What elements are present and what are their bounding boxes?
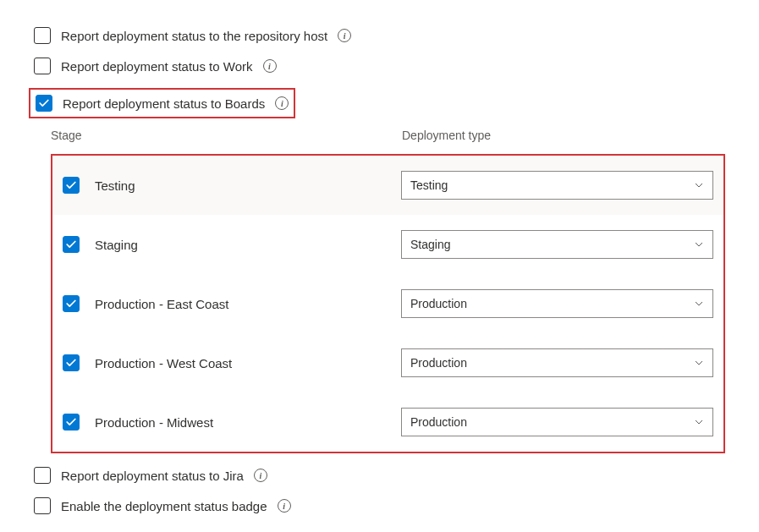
stage-row: Production - Midwest Production <box>52 392 723 452</box>
info-icon[interactable]: i <box>275 96 289 110</box>
stage-name: Production - West Coast <box>95 356 232 370</box>
option-label-badge: Enable the deployment status badge <box>61 499 267 513</box>
checkbox-stage-prod-midwest[interactable] <box>63 414 80 431</box>
stage-row: Production - East Coast Production <box>52 274 723 333</box>
checkbox-jira[interactable] <box>34 467 51 484</box>
info-icon[interactable]: i <box>254 469 267 482</box>
column-header-stage: Stage <box>51 129 402 142</box>
option-label-work: Report deployment status to Work <box>61 59 253 74</box>
info-icon[interactable]: i <box>278 499 291 513</box>
option-label-repo-host: Report deployment status to the reposito… <box>61 29 327 43</box>
dropdown-value: Testing <box>410 178 448 192</box>
stage-row-left: Production - Midwest <box>63 414 401 431</box>
checkbox-boards[interactable] <box>36 95 52 112</box>
dropdown-value: Staging <box>410 238 450 251</box>
dropdown-deployment-type[interactable]: Testing <box>401 171 713 200</box>
stages-section: Stage Deployment type Testing Testing St… <box>51 129 725 453</box>
stage-row-left: Production - West Coast <box>63 354 401 371</box>
dropdown-deployment-type[interactable]: Production <box>401 348 713 377</box>
stage-name: Testing <box>95 178 135 193</box>
stage-row: Staging Staging <box>52 215 723 274</box>
check-icon <box>65 179 77 191</box>
option-label-boards: Report deployment status to Boards <box>63 96 265 111</box>
highlight-stages-table: Testing Testing Staging Staging <box>51 154 725 453</box>
chevron-down-icon <box>694 358 704 368</box>
check-icon <box>65 239 77 250</box>
info-icon[interactable]: i <box>263 59 277 73</box>
checkbox-badge[interactable] <box>34 497 51 514</box>
checkbox-work[interactable] <box>34 58 51 74</box>
option-boards: Report deployment status to Boards i <box>36 95 289 112</box>
stage-row-left: Production - East Coast <box>63 295 401 312</box>
dropdown-deployment-type[interactable]: Staging <box>401 230 713 259</box>
stage-row: Production - West Coast Production <box>52 333 723 392</box>
dropdown-value: Production <box>410 297 467 310</box>
chevron-down-icon <box>694 239 704 250</box>
column-header-deployment-type: Deployment type <box>402 129 725 142</box>
stage-name: Production - Midwest <box>95 415 213 430</box>
stage-name: Production - East Coast <box>95 297 228 311</box>
dropdown-value: Production <box>410 415 467 429</box>
checkbox-stage-staging[interactable] <box>63 236 80 253</box>
stages-header: Stage Deployment type <box>51 129 725 142</box>
check-icon <box>65 416 77 428</box>
chevron-down-icon <box>694 417 704 427</box>
option-repo-host: Report deployment status to the reposito… <box>34 27 725 44</box>
checkbox-repo-host[interactable] <box>34 27 51 44</box>
checkbox-stage-testing[interactable] <box>63 177 80 194</box>
chevron-down-icon <box>694 299 704 309</box>
option-badge: Enable the deployment status badge i <box>34 497 725 514</box>
stage-row-left: Testing <box>63 177 401 194</box>
checkbox-stage-prod-east[interactable] <box>63 295 80 312</box>
checkbox-stage-prod-west[interactable] <box>63 354 80 371</box>
stage-name: Staging <box>95 238 138 252</box>
chevron-down-icon <box>694 180 704 190</box>
option-label-jira: Report deployment status to Jira <box>61 469 244 483</box>
check-icon <box>65 357 77 369</box>
stage-row-left: Staging <box>63 236 401 253</box>
highlight-boards: Report deployment status to Boards i <box>29 88 295 118</box>
dropdown-deployment-type[interactable]: Production <box>401 408 713 436</box>
dropdown-deployment-type[interactable]: Production <box>401 289 713 318</box>
stage-row: Testing Testing <box>52 156 723 215</box>
option-work: Report deployment status to Work i <box>34 58 725 74</box>
check-icon <box>38 97 50 109</box>
info-icon[interactable]: i <box>338 29 351 42</box>
option-jira: Report deployment status to Jira i <box>34 467 725 484</box>
dropdown-value: Production <box>410 356 467 370</box>
check-icon <box>65 298 77 310</box>
